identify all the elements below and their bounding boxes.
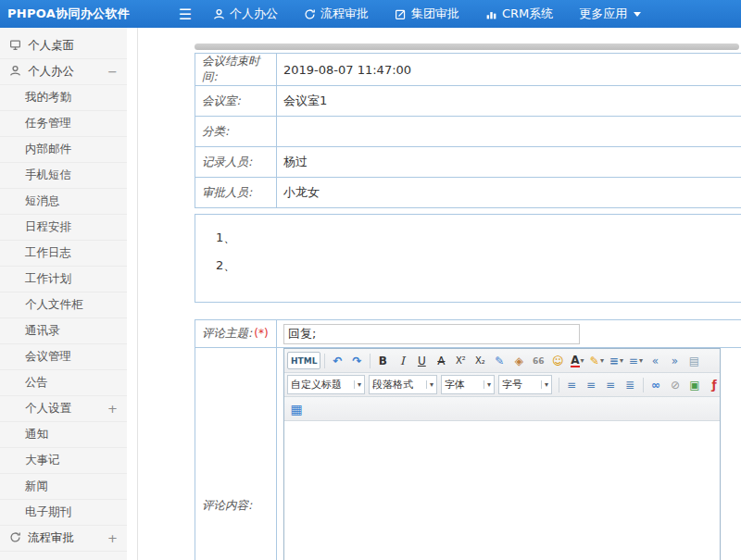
insert-table-icon[interactable]: ▦ [287,399,306,418]
sidebar-item-meeting-management[interactable]: 会议管理 [0,344,127,370]
sidebar-item-label: 我的考勤 [25,90,71,106]
subscript-button[interactable]: X₂ [471,351,489,370]
nav-item-group-approval[interactable]: 集团审批 [395,6,459,22]
comment-content-cell: HTML ↶ ↷ B I U A X² X₂ ✎ ◈ [277,348,741,560]
paragraph-format-select[interactable]: 段落格式▾ [369,375,437,394]
sidebar-item-schedule[interactable]: 日程安排 [0,215,127,241]
toolbar-separator [370,354,370,368]
sidebar-item-work-plan[interactable]: 工作计划 [0,267,127,292]
format-painter-icon[interactable]: ✎ [490,351,509,370]
sidebar-item-news[interactable]: 新闻 [0,474,127,500]
link-icon[interactable]: ∞ [647,375,665,394]
sidebar-item-memorabilia[interactable]: 大事记 [0,448,127,474]
sidebar-item-short-message[interactable]: 短消息 [0,189,127,215]
bold-button[interactable]: B [373,351,392,370]
sidebar-item-label: 流程审批 [28,530,74,546]
blockquote-button[interactable]: 66 [529,351,547,370]
sidebar-item-personal-desktop[interactable]: 个人桌面 [0,33,127,59]
sidebar-item-internal-mail[interactable]: 内部邮件 [0,137,127,163]
comment-subject-input[interactable] [283,324,580,344]
unlink-icon[interactable]: ⊘ [666,375,684,394]
sidebar-item-workflow-approval[interactable]: 流程审批 + [0,526,127,552]
sidebar-item-label: 大事记 [25,453,60,468]
undo-button[interactable]: ↶ [328,351,346,370]
refresh-cycle-icon [304,8,316,20]
sidebar-item-label: 工作日志 [25,245,71,261]
sidebar-item-e-journal[interactable]: 电子期刊 [0,500,127,526]
nav-label: 流程审批 [320,6,369,22]
insert-flash-icon[interactable]: ƒ [705,375,720,394]
emoticons-icon[interactable]: ☺ [548,351,567,370]
nav-item-more-apps[interactable]: 更多应用 [579,6,641,22]
select-value: 字体 [445,378,465,392]
ordered-list-button[interactable]: ≡▾ [607,351,625,370]
expand-icon[interactable]: + [107,402,118,416]
topbar: PHPOA协同办公软件 ☰ 个人办公 流程审批 集团审批 CRM系统 更多应用 [0,0,741,28]
outdent-button[interactable]: « [646,351,664,370]
sidebar-item-announcement[interactable]: 公告 [0,370,127,396]
table-row: 会议室: 会议室1 [195,86,741,117]
sidebar-item-contacts[interactable]: 通讯录 [0,318,127,344]
nav-item-workflow-approval[interactable]: 流程审批 [304,6,369,22]
sidebar-item-personal-settings[interactable]: 个人设置+ [0,396,127,422]
font-color-icon: A [571,355,579,367]
redo-button[interactable]: ↷ [347,351,366,370]
select-value: 字号 [502,378,522,392]
align-right-icon[interactable]: ≡ [601,375,620,394]
required-mark: (*) [254,327,268,340]
caret-down-icon: ▾ [484,380,491,389]
horizontal-scrollbar[interactable] [195,44,739,50]
sidebar-item-personal-office[interactable]: 个人办公 − [0,59,127,85]
align-left-icon[interactable]: ≡ [562,375,581,394]
field-label-category: 分类: [195,117,277,147]
nav-label: CRM系统 [502,6,553,22]
indent-button[interactable]: » [665,351,684,370]
sidebar-item-label: 个人办公 [28,64,74,80]
highlight-color-button[interactable]: ✎▾ [587,351,606,370]
sidebar-item-label: 工作计划 [25,271,71,287]
sidebar-divider [127,28,138,560]
highlight-icon: ✎ [590,355,599,367]
nav-item-personal-office[interactable]: 个人办公 [213,6,278,22]
field-value-approver: 小龙女 [277,178,741,208]
superscript-button[interactable]: X² [451,351,470,370]
expand-icon[interactable]: + [107,531,118,545]
sidebar-item-label: 通讯录 [25,323,60,339]
caret-down-icon: ▾ [354,380,361,389]
hamburger-menu-icon[interactable]: ☰ [172,6,198,23]
align-center-icon[interactable]: ≡ [582,375,600,394]
strikethrough-button[interactable]: A [432,351,450,370]
remove-format-icon[interactable]: ◈ [509,351,528,370]
align-justify-icon[interactable]: ≣ [621,375,639,394]
caret-down-icon: ▾ [639,356,643,365]
sidebar-item-my-attendance[interactable]: 我的考勤 [0,85,127,111]
sidebar-item-task-management[interactable]: 任务管理 [0,111,127,137]
field-value-meeting-room: 会议室1 [277,86,741,117]
caret-down-icon: ▾ [600,356,604,365]
caret-down-icon: ▾ [581,356,584,365]
page-document-icon[interactable]: ▤ [684,351,703,370]
font-color-button[interactable]: A▾ [568,351,586,370]
comment-content-editor[interactable] [284,421,720,560]
source-code-button[interactable]: HTML [287,352,320,369]
horizontal-scrollbar-thumb[interactable] [195,44,739,50]
sidebar-item-work-log[interactable]: 工作日志 [0,241,127,267]
italic-button[interactable]: I [393,351,411,370]
custom-heading-select[interactable]: 自定义标题▾ [287,375,365,394]
sidebar-item-label: 个人桌面 [28,38,74,54]
chevron-down-icon [634,12,641,17]
font-family-select[interactable]: 字体▾ [441,375,495,394]
nav-item-crm[interactable]: CRM系统 [485,6,553,22]
comment-subject-label: 评论主题:(*) [195,320,277,348]
field-value-end-time: 2019-08-07 11:47:00 [277,54,741,86]
unordered-list-button[interactable]: ≡▾ [626,351,645,370]
underline-button[interactable]: U [412,351,431,370]
sidebar-item-mobile-sms[interactable]: 手机短信 [0,163,127,189]
content-area: 会议结束时间: 2019-08-07 11:47:00 会议室: 会议室1 分类… [139,28,741,560]
collapse-icon[interactable]: − [107,65,118,79]
font-size-select[interactable]: 字号▾ [498,375,552,394]
sidebar-item-label: 会议管理 [25,349,71,365]
sidebar-item-notification[interactable]: 通知 [0,422,127,448]
insert-image-icon[interactable]: ▣ [685,375,704,394]
sidebar-item-personal-file-cabinet[interactable]: 个人文件柜 [0,292,127,318]
